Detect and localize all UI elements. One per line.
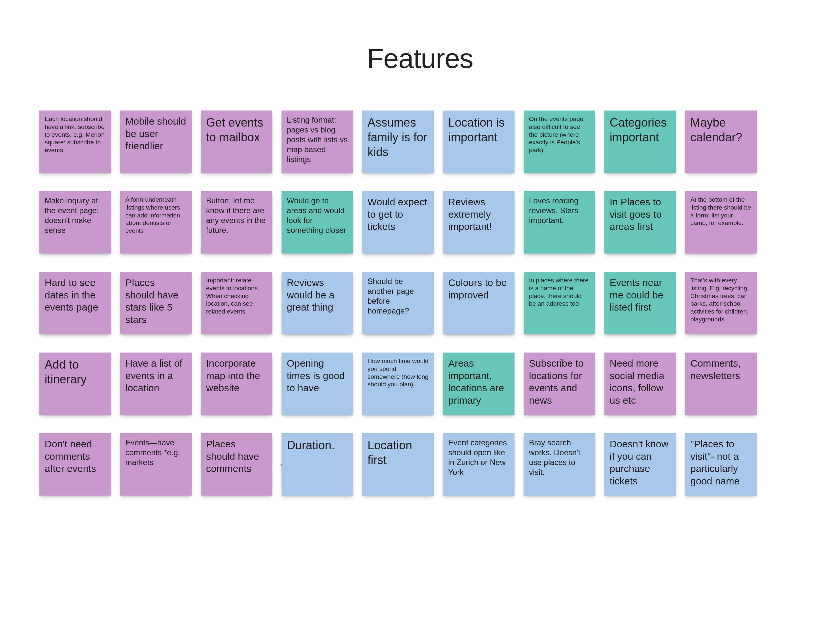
sticky-note-text: Colours to be improved xyxy=(448,276,509,301)
sticky-note[interactable]: How much time would you spend somewhere … xyxy=(362,353,434,415)
sticky-note-text: Button: let me know if there are any eve… xyxy=(206,196,267,235)
sticky-note[interactable]: Maybe calendar? xyxy=(685,110,757,173)
sticky-note[interactable]: Would go to areas and would look for som… xyxy=(281,191,353,254)
sticky-note[interactable]: Location first xyxy=(362,433,434,496)
sticky-note-text: Make inquiry at the event page: doesn't … xyxy=(45,196,106,235)
arrow-icon: → xyxy=(274,458,284,471)
sticky-note-text: Important: relate events to locations. W… xyxy=(206,276,267,315)
sticky-note-text: Location first xyxy=(368,438,428,467)
sticky-note[interactable]: "Places to visit"- not a particularly go… xyxy=(685,433,757,496)
sticky-note-text: "Places to visit"- not a particularly go… xyxy=(690,438,752,487)
sticky-note[interactable]: Subscribe to locations for events and ne… xyxy=(524,353,595,415)
sticky-note[interactable]: Add to itinerary xyxy=(39,353,111,415)
sticky-note-text: Reviews extremely important! xyxy=(448,196,509,233)
sticky-note-text: Each location should have a link: subscr… xyxy=(45,115,106,154)
sticky-note[interactable]: In places where there is a name of the p… xyxy=(524,272,595,334)
board-canvas: Features Each location should have a lin… xyxy=(39,43,801,514)
sticky-note-text: At the bottom of the listing there shoul… xyxy=(690,196,752,227)
sticky-note-text: A form underneath listings where users c… xyxy=(125,196,186,235)
sticky-note-text: Events—have comments *e.g. markets xyxy=(125,438,186,467)
sticky-note[interactable]: Don't need comments after events xyxy=(39,433,111,496)
sticky-note-text: Opening times is good to have xyxy=(287,357,348,394)
sticky-note[interactable]: Colours to be improved xyxy=(443,272,515,334)
sticky-note[interactable]: Assumes family is for kids xyxy=(362,110,434,173)
sticky-note[interactable]: Each location should have a link: subscr… xyxy=(39,110,111,173)
sticky-note-text: Comments, newsletters xyxy=(690,357,752,382)
sticky-note-text: Categories important xyxy=(609,115,671,145)
sticky-note[interactable]: Areas important, locations are primary xyxy=(443,353,515,415)
sticky-note[interactable]: Make inquiry at the event page: doesn't … xyxy=(39,191,111,254)
sticky-note[interactable]: Loves reading reviews. Stars important. xyxy=(524,191,595,254)
sticky-note-text: In Places to visit goes to areas first xyxy=(609,196,671,233)
sticky-note-text: Have a list of events in a location xyxy=(125,357,186,394)
sticky-note[interactable]: A form underneath listings where users c… xyxy=(120,191,192,254)
sticky-note-text: Would go to areas and would look for som… xyxy=(287,196,348,235)
sticky-note-text: Duration. xyxy=(287,438,348,453)
sticky-note-text: Assumes family is for kids xyxy=(368,115,428,159)
note-row: Don't need comments after eventsEvents—h… xyxy=(39,433,801,496)
sticky-note-text: That's with every listing. E.g. recyclin… xyxy=(690,276,752,323)
sticky-note[interactable]: →Duration. xyxy=(281,433,353,496)
sticky-note-text: How much time would you spend somewhere … xyxy=(368,357,428,388)
sticky-note-text: Places should have stars like 5 stars xyxy=(125,276,186,326)
sticky-note-text: Don't need comments after events xyxy=(45,438,106,475)
sticky-note-text: Add to itinerary xyxy=(45,357,106,387)
sticky-note[interactable]: Have a list of events in a location xyxy=(120,353,192,415)
note-row: Each location should have a link: subscr… xyxy=(39,110,801,173)
sticky-note[interactable]: Bray search works. Doesn't use places to… xyxy=(524,433,595,496)
sticky-note-text: Hard to see dates in the events page xyxy=(45,276,106,313)
sticky-note-text: Listing format: pages vs blog posts with… xyxy=(287,115,348,164)
note-row: Add to itineraryHave a list of events in… xyxy=(39,353,801,415)
sticky-note[interactable]: At the bottom of the listing there shoul… xyxy=(685,191,757,254)
sticky-note[interactable]: On the events page also difficult to see… xyxy=(524,110,595,173)
sticky-note-text: Should be another page before homepage? xyxy=(368,276,428,316)
sticky-note-text: Mobile should be user friendlier xyxy=(125,115,186,152)
sticky-note-text: On the events page also difficult to see… xyxy=(529,115,590,154)
sticky-note[interactable]: Should be another page before homepage? xyxy=(362,272,434,334)
sticky-note-text: Bray search works. Doesn't use places to… xyxy=(529,438,590,477)
sticky-note[interactable]: Events near me could be listed first xyxy=(605,272,676,334)
sticky-note[interactable]: Get events to mailbox xyxy=(201,110,272,173)
board-title: Features xyxy=(39,43,801,74)
note-row: Hard to see dates in the events pagePlac… xyxy=(39,272,801,334)
sticky-note[interactable]: Event categories should open like in Zur… xyxy=(443,433,515,496)
sticky-note[interactable]: That's with every listing. E.g. recyclin… xyxy=(685,272,757,334)
sticky-note[interactable]: Comments, newsletters xyxy=(685,353,757,415)
sticky-note[interactable]: Places should have comments xyxy=(201,433,272,496)
sticky-note-text: Loves reading reviews. Stars important. xyxy=(529,196,590,225)
sticky-note-text: Would expect to get to tickets xyxy=(368,196,428,233)
sticky-note[interactable]: Events—have comments *e.g. markets xyxy=(120,433,192,496)
sticky-note[interactable]: Hard to see dates in the events page xyxy=(39,272,111,334)
sticky-note[interactable]: Reviews would be a great thing xyxy=(281,272,353,334)
sticky-note-text: Doesn't know if you can purchase tickets xyxy=(609,438,671,487)
sticky-note[interactable]: Opening times is good to have xyxy=(281,353,353,415)
sticky-note-text: Events near me could be listed first xyxy=(609,276,671,313)
sticky-note[interactable]: Reviews extremely important! xyxy=(443,191,515,254)
rows-container: Each location should have a link: subscr… xyxy=(39,110,801,496)
sticky-note-text: Incorporate map into the website xyxy=(206,357,267,394)
sticky-note-text: Reviews would be a great thing xyxy=(287,276,348,313)
sticky-note-text: Subscribe to locations for events and ne… xyxy=(529,357,590,406)
sticky-note[interactable]: Important: relate events to locations. W… xyxy=(201,272,272,334)
sticky-note[interactable]: Button: let me know if there are any eve… xyxy=(201,191,272,254)
sticky-note-text: Areas important, locations are primary xyxy=(448,357,509,406)
sticky-note-text: Maybe calendar? xyxy=(690,115,752,145)
sticky-note[interactable]: Mobile should be user friendlier xyxy=(120,110,192,173)
sticky-note[interactable]: Would expect to get to tickets xyxy=(362,191,434,254)
sticky-note[interactable]: Location is important xyxy=(443,110,515,173)
sticky-note-text: Need more social media icons, follow us … xyxy=(609,357,671,406)
sticky-note-text: Event categories should open like in Zur… xyxy=(448,438,509,477)
sticky-note[interactable]: In Places to visit goes to areas first xyxy=(605,191,676,254)
sticky-note-text: In places where there is a name of the p… xyxy=(529,276,590,308)
sticky-note[interactable]: Incorporate map into the website xyxy=(201,353,272,415)
sticky-note[interactable]: Listing format: pages vs blog posts with… xyxy=(281,110,353,173)
sticky-note-text: Location is important xyxy=(448,115,509,145)
sticky-note[interactable]: Places should have stars like 5 stars xyxy=(120,272,192,334)
sticky-note[interactable]: Doesn't know if you can purchase tickets xyxy=(605,433,676,496)
sticky-note[interactable]: Categories important xyxy=(605,110,676,173)
sticky-note-text: Get events to mailbox xyxy=(206,115,267,145)
note-row: Make inquiry at the event page: doesn't … xyxy=(39,191,801,254)
sticky-note-text: Places should have comments xyxy=(206,438,267,475)
sticky-note[interactable]: Need more social media icons, follow us … xyxy=(605,353,676,415)
